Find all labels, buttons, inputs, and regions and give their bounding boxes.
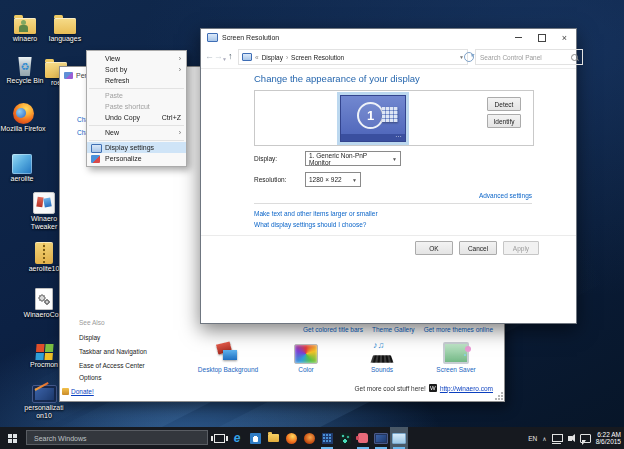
get-colored-title-bars-link[interactable]: Get colored title bars — [303, 326, 363, 333]
breadcrumb-display[interactable]: Display — [262, 54, 283, 61]
volume-icon[interactable] — [568, 436, 572, 441]
donate-icon — [62, 388, 69, 395]
grid-app-icon — [322, 433, 333, 444]
winaero-link[interactable]: http://winaero.com — [440, 385, 493, 392]
desktop-icon-firefox[interactable]: Mozilla Firefox — [0, 98, 50, 133]
taskbar-search-input[interactable]: Search Windows — [26, 430, 208, 445]
task-view-icon — [214, 434, 225, 443]
ok-button[interactable]: OK — [415, 241, 453, 255]
action-center-icon[interactable] — [580, 434, 591, 443]
system-tray: EN ∧ 6:22 AM 8/6/2015 — [528, 427, 621, 449]
firefox-icon — [286, 433, 297, 444]
sidebar-link-ease-of-access[interactable]: Ease of Access Center — [79, 362, 145, 369]
control-panel-icon — [242, 53, 252, 61]
start-button[interactable] — [0, 427, 24, 449]
advanced-settings-link[interactable]: Advanced settings — [479, 192, 532, 199]
tray-overflow-icon[interactable]: ∧ — [542, 435, 546, 442]
desktop-icon-label: personalizati on10 — [17, 404, 71, 419]
get-more-themes-link[interactable]: Get more themes online — [424, 326, 493, 333]
control-panel-search-input[interactable]: Search Control Panel — [475, 49, 583, 65]
menu-item-display-settings[interactable]: Display settings — [87, 142, 186, 153]
menu-item-view[interactable]: View › — [87, 53, 186, 64]
edge-icon: e — [234, 432, 241, 444]
refresh-icon[interactable] — [464, 52, 474, 62]
file-explorer-button[interactable] — [264, 427, 282, 449]
monitor-icon — [374, 433, 388, 444]
language-indicator[interactable]: EN — [528, 435, 537, 442]
chevron-down-icon: ▼ — [352, 177, 357, 183]
up-button[interactable]: ↑ — [228, 49, 233, 63]
monitor-number: 1 — [357, 102, 384, 129]
desktop-context-menu: View › Sort by › Refresh Paste Paste sho… — [86, 50, 187, 167]
menu-item-personalize[interactable]: Personalize — [87, 153, 186, 164]
text-size-link[interactable]: Make text and other items larger or smal… — [254, 210, 378, 217]
clock-time: 6:22 AM — [596, 431, 621, 439]
color-item[interactable]: Color — [266, 338, 346, 373]
winaero-footer: Get more cool stuff here! W http://winae… — [354, 384, 493, 392]
sidebar-link-taskbar-navigation[interactable]: Taskbar and Navigation — [79, 348, 147, 355]
network-icon[interactable] — [552, 434, 563, 442]
folder-user-icon — [14, 18, 36, 34]
breadcrumb[interactable]: « Display › Screen Resolution ▼ — [238, 49, 468, 65]
sidebar-link-options[interactable]: Options — [79, 374, 101, 381]
theme-links-row: Get colored title bars Theme Gallery Get… — [303, 326, 493, 333]
tweaker-app-icon — [33, 192, 55, 214]
desktop-icon-aerolite[interactable]: aerolite — [0, 148, 49, 183]
taskbar-clock[interactable]: 6:22 AM 8/6/2015 — [596, 431, 621, 446]
screen-saver-item[interactable]: Screen Saver — [416, 338, 496, 373]
resize-grip[interactable] — [495, 392, 503, 400]
breadcrumb-separator[interactable]: › — [286, 54, 288, 61]
menu-item-undo-copy[interactable]: Undo Copy Ctrl+Z — [87, 112, 186, 123]
monitor-preview[interactable]: 1 — [340, 95, 406, 142]
sounds-item[interactable]: Sounds — [342, 338, 422, 373]
maximize-button[interactable] — [530, 29, 553, 46]
breadcrumb-screen-resolution[interactable]: Screen Resolution — [291, 54, 344, 61]
desktop-background-item[interactable]: Desktop Background — [188, 338, 268, 373]
monitor-pencil-icon — [32, 385, 57, 403]
cancel-button[interactable]: Cancel — [459, 241, 497, 255]
screen-resolution-window: Screen Resolution × ← → ▼ ↑ « Display › … — [200, 28, 577, 324]
close-button[interactable]: × — [553, 29, 576, 46]
caption-buttons: × — [507, 29, 576, 46]
hand-app-button[interactable] — [354, 427, 372, 449]
sidebar-link-display[interactable]: Display — [79, 334, 100, 341]
display-window-icon — [207, 33, 218, 42]
task-view-button[interactable] — [210, 427, 228, 449]
menu-separator — [89, 140, 184, 141]
browser-icon — [304, 433, 315, 444]
navigation-toolbar: ← → ▼ ↑ « Display › Screen Resolution ▼ … — [201, 46, 576, 69]
desktop-background-icon — [216, 342, 240, 364]
firefox-button[interactable] — [282, 427, 300, 449]
store-button[interactable] — [246, 427, 264, 449]
resolution-dropdown[interactable]: 1280 × 922 ▼ — [305, 172, 361, 187]
screen-resolution-window-button[interactable] — [390, 427, 408, 449]
display-dropdown[interactable]: 1. Generic Non-PnP Monitor ▼ — [305, 151, 401, 166]
back-button[interactable]: ← — [205, 49, 214, 63]
menu-item-new[interactable]: New › — [87, 127, 186, 138]
identify-button[interactable]: Identify — [487, 114, 521, 128]
store-icon — [250, 433, 261, 444]
personalization-app-button[interactable] — [372, 427, 390, 449]
detect-button[interactable]: Detect — [487, 97, 521, 111]
browser-button[interactable] — [300, 427, 318, 449]
screen-saver-icon — [443, 342, 469, 364]
sounds-icon — [370, 342, 394, 364]
submenu-arrow-icon: › — [179, 129, 181, 136]
desktop-icon-label: languages — [38, 35, 92, 43]
procmon-button[interactable] — [336, 427, 354, 449]
apply-button[interactable]: Apply — [503, 241, 539, 255]
minimize-button[interactable] — [507, 29, 530, 46]
display-help-link[interactable]: What display settings should I choose? — [254, 221, 366, 228]
donate-link[interactable]: Donate! — [62, 388, 94, 395]
grid-app-button[interactable] — [318, 427, 336, 449]
folder-icon — [54, 18, 76, 34]
menu-item-refresh[interactable]: Refresh — [87, 75, 186, 86]
theme-gallery-link[interactable]: Theme Gallery — [372, 326, 415, 333]
menu-item-sort-by[interactable]: Sort by › — [87, 64, 186, 75]
edge-button[interactable]: e — [228, 427, 246, 449]
recent-pages-dropdown-icon[interactable]: ▼ — [222, 52, 227, 66]
desktop-icon-languages[interactable]: languages — [38, 8, 92, 43]
zip-folder-icon — [35, 242, 53, 264]
breadcrumb-root-glyph[interactable]: « — [255, 54, 259, 61]
desktop-icon-label: Mozilla Firefox — [0, 125, 50, 133]
